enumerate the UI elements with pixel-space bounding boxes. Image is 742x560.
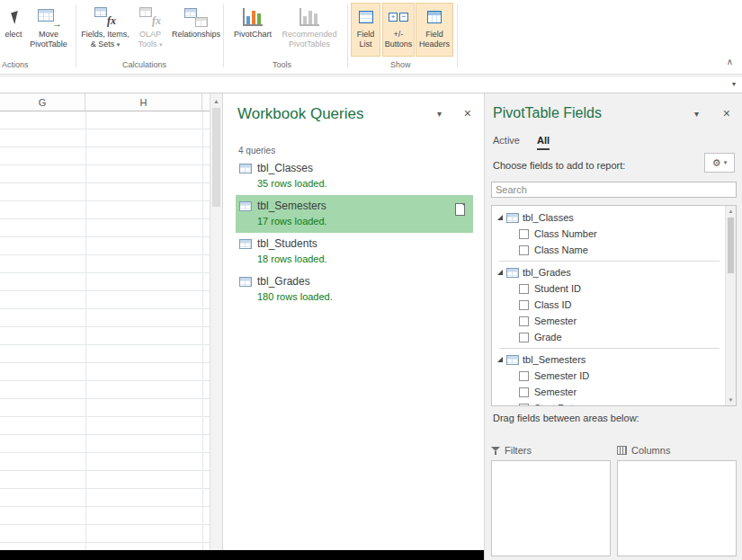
ribbon-group-separator (76, 4, 76, 67)
checkbox[interactable] (519, 284, 529, 294)
field-item[interactable]: Class ID (497, 297, 725, 313)
relationships-icon (184, 8, 208, 27)
checkbox[interactable] (519, 229, 529, 239)
query-list-item[interactable]: tbl_Students 18 rows loaded. (236, 233, 473, 271)
field-table-group[interactable]: tbl_Classes (497, 209, 725, 226)
query-count: 4 queries (238, 146, 275, 156)
table-icon (239, 201, 252, 211)
columns-grid-icon (617, 446, 627, 455)
spreadsheet-grid[interactable] (0, 111, 210, 550)
checkbox[interactable] (519, 333, 529, 342)
panel-menu-caret-icon[interactable]: ▾ (694, 109, 699, 119)
bottom-black-bar (0, 550, 484, 560)
checkbox[interactable] (519, 245, 529, 255)
field-item[interactable]: Class Number (497, 226, 725, 242)
select-label: elect (4, 30, 22, 40)
move-label-line1: Move (39, 30, 58, 40)
move-pivottable-icon: → (38, 8, 59, 26)
fields-items-sets-button[interactable]: fx Fields, Items, & Sets ▾ (79, 3, 131, 57)
column-header-h[interactable]: H (85, 93, 202, 111)
field-label: Start Date (534, 403, 579, 406)
vertical-scrollbar[interactable]: ▲ (210, 93, 222, 550)
column-header-stub (202, 93, 210, 111)
spreadsheet[interactable]: G H (0, 93, 210, 550)
field-item[interactable]: Semester (497, 384, 725, 400)
scrollbar-thumb[interactable] (212, 108, 220, 207)
columns-area-header: Columns (617, 444, 737, 457)
query-name: tbl_Grades (257, 275, 310, 288)
checkbox[interactable] (519, 387, 529, 397)
expand-triangle-icon[interactable] (497, 270, 503, 275)
close-icon[interactable]: × (464, 107, 471, 120)
expand-triangle-icon[interactable] (497, 357, 503, 362)
checkbox[interactable] (519, 404, 529, 407)
field-item[interactable]: Semester (497, 313, 725, 329)
tools-gear-button[interactable]: ⚙ ▾ (704, 153, 735, 173)
column-header-g[interactable]: G (0, 93, 85, 111)
recommended-pivottables-button: Recommended PivotTables (279, 3, 340, 57)
scrollbar-thumb[interactable] (728, 218, 734, 273)
fx-table-icon-disabled: fx (139, 7, 161, 27)
filters-drop-zone[interactable] (491, 460, 611, 556)
expand-triangle-icon[interactable] (497, 215, 503, 220)
relationships-button[interactable]: Relationships (169, 3, 223, 57)
checkbox[interactable] (519, 316, 529, 326)
fields-box-scrollbar[interactable]: ▲ ▼ (725, 206, 736, 405)
query-status: 35 rows loaded. (257, 178, 468, 190)
field-item[interactable]: Student ID (497, 280, 725, 297)
grid-column-line (85, 111, 86, 550)
olap-label-line1: OLAP (139, 30, 161, 40)
columns-drop-zone[interactable] (617, 460, 737, 556)
formula-bar-expand-icon[interactable]: ▾ (732, 80, 736, 88)
field-list-toggle[interactable]: Field List (351, 3, 380, 57)
ribbon-group-label-tools: Tools (273, 60, 291, 69)
plus-minus-label-line1: +/- (394, 30, 404, 40)
recommended-label-line1: Recommended (282, 30, 336, 40)
field-table-group[interactable]: tbl_Semesters (497, 351, 725, 368)
workbook-queries-panel: Workbook Queries ▾ × 4 queries tbl_Class… (222, 93, 484, 550)
field-item[interactable]: Class Name (497, 242, 725, 258)
grid-column-line (202, 111, 203, 550)
field-headers-toggle[interactable]: Field Headers (416, 3, 453, 57)
scroll-up-icon[interactable]: ▲ (726, 206, 736, 217)
field-table-group[interactable]: tbl_Grades (497, 264, 725, 280)
checkbox[interactable] (519, 300, 529, 310)
query-list-item[interactable]: tbl_Classes 35 rows loaded. (236, 157, 473, 195)
olap-label-line2: Tools ▾ (138, 40, 162, 49)
field-label: Semester (534, 387, 577, 397)
formula-bar[interactable]: ▾ (0, 76, 742, 93)
checkbox[interactable] (519, 371, 529, 381)
tab-all[interactable]: All (537, 135, 550, 150)
search-input[interactable] (491, 182, 737, 198)
query-name: tbl_Classes (257, 162, 313, 174)
field-item[interactable]: Grade (497, 329, 725, 345)
column-headers: G H (0, 93, 210, 111)
panel-menu-caret-icon[interactable]: ▾ (437, 109, 442, 119)
field-item[interactable]: Semester ID (497, 368, 725, 384)
query-status: 18 rows loaded. (257, 253, 468, 265)
field-list-icon (359, 11, 373, 23)
move-pivottable-button[interactable]: → Move PivotTable (23, 3, 74, 57)
query-list-item[interactable]: tbl_Grades 180 rows loaded. (236, 271, 473, 308)
field-group-separator (499, 261, 720, 262)
field-group-separator (499, 348, 720, 349)
tab-active[interactable]: Active (493, 135, 520, 148)
query-name: tbl_Students (257, 237, 317, 250)
relationships-label: Relationships (172, 30, 220, 40)
columns-area: Columns (617, 444, 737, 556)
scroll-up-icon[interactable]: ▲ (210, 93, 222, 106)
query-list-item-selected[interactable]: tbl_Semesters 17 rows loaded. (236, 195, 473, 233)
plus-minus-buttons-toggle[interactable]: +− +/- Buttons (382, 3, 415, 57)
field-label: Semester (534, 316, 577, 326)
scroll-down-icon[interactable]: ▼ (726, 395, 736, 405)
collapse-ribbon-icon[interactable]: ∧ (727, 57, 733, 67)
ribbon-group-separator (347, 4, 348, 67)
pivotchart-button[interactable]: PivotChart (228, 3, 277, 57)
drag-fields-label: Drag fields between areas below: (493, 413, 639, 423)
fields-list-box: tbl_Classes Class Number Class Name tbl_… (491, 205, 737, 406)
query-peek-document-icon[interactable] (455, 203, 465, 216)
field-item[interactable]: Start Date (497, 400, 725, 406)
field-list-label-line1: Field (357, 30, 375, 40)
close-icon[interactable]: × (723, 107, 730, 120)
dropdown-caret-icon: ▾ (159, 41, 163, 48)
